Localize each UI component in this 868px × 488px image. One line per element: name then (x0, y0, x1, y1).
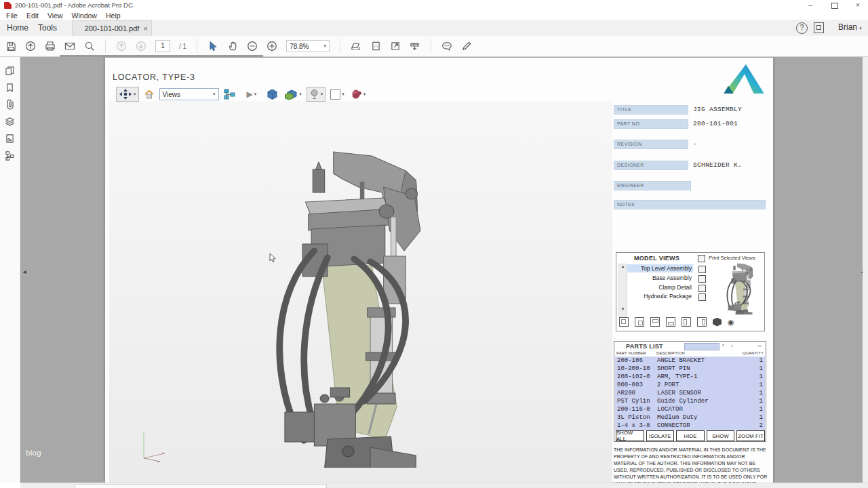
caret-down-icon: ▾ (859, 26, 862, 30)
scroll-track[interactable] (619, 269, 627, 307)
share-upload-icon[interactable] (25, 41, 36, 52)
model-tree-icon[interactable] (5, 150, 16, 161)
top-view-icon[interactable] (650, 317, 660, 327)
lighting-button[interactable]: ▾ (307, 87, 326, 102)
background-color-button[interactable]: ▾ (329, 87, 346, 101)
tab-tools[interactable]: Tools (33, 20, 62, 36)
view-item-base-assembly[interactable]: Base Assembly (627, 274, 693, 282)
document-canvas[interactable]: ◄ ◄ blog LOCATOR, TYPE-3 ▾ Views ▾ ▶ ▾ (20, 57, 868, 483)
right-view-icon[interactable] (697, 317, 707, 327)
attachments-icon[interactable] (5, 99, 16, 110)
hand-tool-icon[interactable] (227, 41, 238, 52)
perspective-view-icon[interactable]: ◉ (728, 318, 734, 327)
disclaimer-text: THE INFORMATION AND/OR MATERIAL IN THIS … (614, 447, 768, 483)
horizontal-scrollbar-thumb[interactable] (75, 484, 327, 488)
comment-icon[interactable] (441, 41, 452, 52)
3d-model[interactable] (260, 149, 429, 468)
scan-ocr-icon[interactable] (351, 41, 361, 52)
field-value-designer: SCHNEIDER K. (693, 161, 742, 169)
select-tool-icon[interactable] (208, 41, 218, 52)
sort-down-icon[interactable]: ↓ (730, 342, 733, 348)
field-label: ENGINEER (614, 182, 690, 188)
page-number-input[interactable]: 1 (155, 40, 170, 52)
search-icon[interactable] (84, 41, 95, 52)
model-views-title: MODEL VIEWS (634, 255, 679, 262)
3d-toolbar: ▾ Views ▾ ▶ ▾ ▾ (116, 86, 367, 102)
bookmarks-icon[interactable] (5, 82, 16, 93)
menu-bar: File Edit View Window Help (0, 11, 868, 20)
export-pdf-icon[interactable] (390, 41, 401, 52)
cross-section-button[interactable]: ▾ (349, 87, 368, 101)
form-field-revision[interactable]: REVISION (614, 140, 688, 149)
projection-button[interactable]: ▾ (283, 87, 303, 101)
tab-close-icon[interactable]: × (144, 21, 148, 36)
next-page-icon[interactable] (136, 41, 146, 52)
previous-page-icon[interactable] (116, 41, 127, 52)
minimize-panel-icon[interactable]: – (757, 342, 762, 349)
render-mode-button[interactable] (265, 87, 279, 101)
pencil-icon[interactable] (461, 41, 472, 52)
hide-button[interactable]: HIDE (676, 430, 705, 441)
menu-help[interactable]: Help (106, 12, 121, 20)
zoom-level-dropdown[interactable]: 78.8%▾ (286, 40, 330, 52)
print-icon[interactable] (45, 41, 56, 52)
show-button[interactable]: SHOW (707, 430, 735, 441)
view-item-clamp-detail[interactable]: Clamp Detail (627, 283, 693, 291)
menu-file[interactable]: File (6, 12, 18, 20)
view-checkbox[interactable] (698, 275, 706, 283)
left-view-icon[interactable] (682, 317, 691, 327)
front-view-icon[interactable] (619, 317, 629, 327)
default-view-button[interactable] (142, 87, 156, 101)
isolate-button[interactable]: ISOLATE (646, 430, 675, 441)
menu-view[interactable]: View (47, 12, 63, 20)
model-tree-toggle-button[interactable] (222, 87, 237, 101)
form-field-engineer[interactable]: ENGINEER (614, 181, 691, 190)
form-field-notes[interactable]: NOTES (614, 200, 766, 209)
view-checkbox[interactable] (698, 293, 706, 301)
sort-up-icon[interactable]: ↑ (722, 342, 724, 348)
user-menu[interactable]: Brian ▾ (838, 22, 862, 32)
bottom-view-icon[interactable] (666, 317, 675, 327)
signatures-icon[interactable] (5, 133, 16, 144)
print-selected-checkbox[interactable] (698, 255, 705, 262)
zoom-fit-button[interactable]: ZOOM FIT (736, 430, 765, 441)
view-checkbox[interactable] (698, 266, 706, 273)
panel-toggle-icon[interactable] (814, 22, 824, 33)
help-icon[interactable]: ? (796, 22, 808, 34)
tab-home[interactable]: Home (1, 20, 34, 36)
play-animation-button[interactable]: ▶ ▾ (245, 87, 258, 101)
menu-window[interactable]: Window (72, 12, 97, 20)
close-button[interactable]: × (849, 0, 867, 11)
form-field-designer[interactable]: DESIGNER (614, 161, 688, 170)
measure-icon[interactable] (410, 41, 420, 52)
field-label: NOTES (614, 201, 765, 207)
field-value-revision: - (693, 140, 697, 148)
horizontal-scrollbar[interactable] (20, 483, 868, 488)
organize-pages-icon[interactable] (370, 41, 381, 52)
scroll-down-icon[interactable]: ▼ (621, 307, 625, 311)
isometric-view-icon[interactable] (713, 318, 722, 327)
zoom-in-icon[interactable] (267, 41, 277, 52)
zoom-out-icon[interactable] (247, 41, 258, 52)
restore-button[interactable] (826, 0, 844, 11)
view-checkbox[interactable] (698, 285, 706, 292)
page-thumbnails-icon[interactable] (5, 65, 16, 76)
parts-search-input[interactable] (684, 343, 719, 350)
tab-document[interactable]: 200-101-001.pdf × (72, 20, 152, 37)
left-pane-toggle-icon[interactable]: ◄ (22, 269, 27, 275)
form-field-title[interactable]: TITLE (614, 105, 688, 115)
scroll-up-icon[interactable]: ▲ (621, 264, 625, 268)
view-item-hydraulic-package[interactable]: Hydraulic Package (627, 292, 693, 300)
email-icon[interactable] (64, 41, 75, 52)
minimize-button[interactable]: – (802, 0, 819, 11)
show-all-button[interactable]: SHOW ALL (616, 430, 644, 441)
rotate-tool-button[interactable]: ▾ (116, 87, 139, 102)
pdf-page: LOCATOR, TYPE-3 ▾ Views ▾ ▶ ▾ (105, 58, 773, 483)
menu-edit[interactable]: Edit (26, 12, 39, 20)
save-icon[interactable] (5, 41, 16, 52)
view-item-top-level-assembly[interactable]: Top Level Assembly (627, 264, 693, 272)
back-view-icon[interactable] (635, 317, 644, 327)
layers-icon[interactable] (5, 116, 16, 127)
form-field-partno[interactable]: PART NO (614, 119, 688, 129)
views-dropdown[interactable]: Views ▾ (159, 88, 219, 100)
